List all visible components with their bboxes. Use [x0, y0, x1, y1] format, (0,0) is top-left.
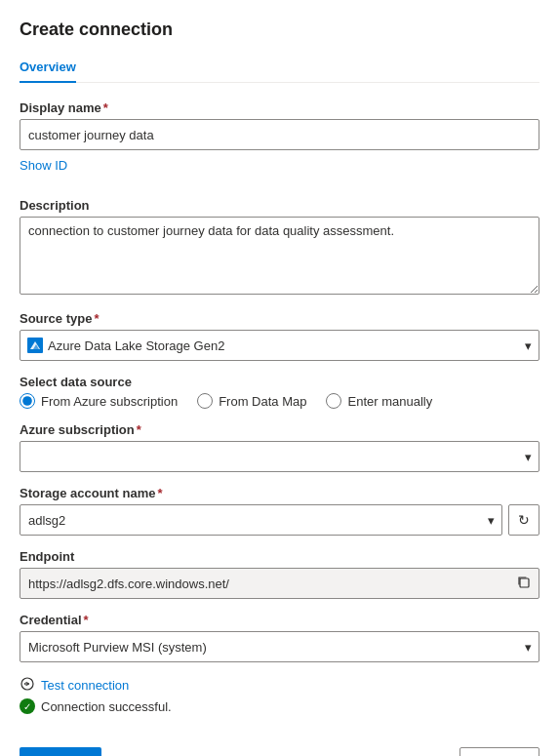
test-connection-row: Test connection — [20, 676, 539, 695]
azure-subscription-select-wrapper: ▾ — [20, 441, 539, 472]
endpoint-label: Endpoint — [20, 549, 539, 564]
radio-azure-subscription[interactable]: From Azure subscription — [20, 393, 178, 409]
page-title: Create connection — [20, 20, 539, 40]
description-label: Description — [20, 198, 539, 213]
endpoint-input — [20, 568, 539, 599]
radio-azure-subscription-label: From Azure subscription — [41, 394, 178, 409]
storage-required-star: * — [157, 486, 162, 500]
success-icon: ✓ — [20, 698, 35, 714]
tab-bar: Overview — [20, 54, 539, 83]
plug-icon — [20, 676, 35, 695]
test-connection-link[interactable]: Test connection — [41, 678, 129, 693]
azure-subscription-group: Azure subscription* ▾ — [20, 422, 539, 472]
radio-from-data-map[interactable]: From Data Map — [197, 393, 306, 409]
endpoint-wrapper — [20, 568, 539, 599]
source-type-select-wrapper: Azure Data Lake Storage Gen2 ▾ — [20, 330, 539, 361]
endpoint-group: Endpoint — [20, 549, 539, 599]
success-row: ✓ Connection successful. — [20, 698, 539, 714]
storage-account-input-group: adlsg2 ▾ ↻ — [20, 504, 539, 536]
show-id-group: Show ID — [20, 158, 539, 186]
copy-icon — [517, 576, 531, 592]
credential-select-wrapper: Microsoft Purview MSI (system) ▾ — [20, 631, 539, 662]
storage-account-select-wrapper: adlsg2 ▾ — [20, 504, 502, 536]
display-name-input[interactable] — [20, 119, 539, 150]
data-source-label: Select data source — [20, 375, 539, 389]
azure-subscription-select[interactable] — [20, 441, 539, 472]
svg-point-5 — [26, 683, 28, 685]
credential-select[interactable]: Microsoft Purview MSI (system) — [20, 631, 539, 662]
refresh-icon: ↻ — [518, 512, 530, 528]
credential-group: Credential* Microsoft Purview MSI (syste… — [20, 613, 539, 662]
source-type-select[interactable]: Azure Data Lake Storage Gen2 — [20, 330, 539, 361]
azure-subscription-label: Azure subscription* — [20, 422, 539, 437]
tab-overview[interactable]: Overview — [20, 54, 76, 82]
storage-account-select[interactable]: adlsg2 — [20, 504, 502, 536]
description-group: Description connection to customer journ… — [20, 198, 539, 298]
credential-required-star: * — [84, 613, 89, 627]
success-text: Connection successful. — [41, 699, 172, 714]
storage-account-group: Storage account name* adlsg2 ▾ ↻ — [20, 486, 539, 536]
radio-enter-manually[interactable]: Enter manually — [326, 393, 432, 409]
refresh-button[interactable]: ↻ — [508, 504, 539, 536]
show-id-link[interactable]: Show ID — [20, 158, 67, 173]
description-input[interactable]: connection to customer journey data for … — [20, 217, 539, 295]
azure-data-lake-icon — [27, 338, 43, 353]
azure-sub-required-star: * — [137, 422, 141, 437]
display-name-label: Display name* — [20, 100, 539, 115]
footer-buttons: Submit Cancel — [20, 737, 539, 756]
data-source-group: Select data source From Azure subscripti… — [20, 375, 539, 409]
copy-button[interactable] — [508, 568, 539, 599]
svg-rect-3 — [520, 578, 529, 587]
required-star: * — [103, 100, 108, 115]
test-connection-section: Test connection ✓ Connection successful. — [20, 676, 539, 714]
source-type-required-star: * — [94, 311, 99, 326]
source-type-group: Source type* Azure Data Lake Storage Gen… — [20, 311, 539, 361]
source-type-label: Source type* — [20, 311, 539, 326]
display-name-group: Display name* — [20, 100, 539, 150]
credential-label: Credential* — [20, 613, 539, 627]
radio-enter-manually-label: Enter manually — [347, 394, 432, 409]
submit-button[interactable]: Submit — [20, 747, 101, 756]
radio-from-data-map-label: From Data Map — [219, 394, 306, 409]
storage-account-label: Storage account name* — [20, 486, 539, 500]
radio-group: From Azure subscription From Data Map En… — [20, 393, 539, 409]
cancel-button[interactable]: Cancel — [459, 747, 539, 756]
